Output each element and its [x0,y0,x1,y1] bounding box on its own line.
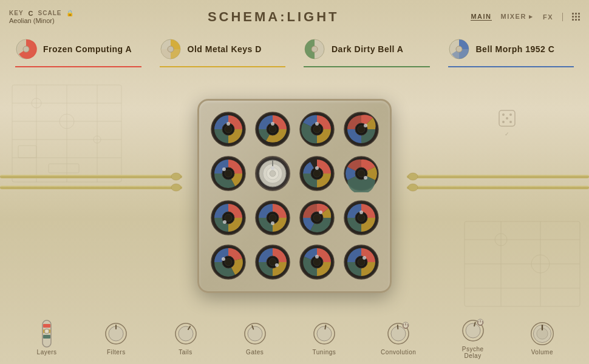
knob-cell-2-3[interactable] [341,198,381,238]
svg-rect-32 [407,186,589,189]
instrument-darkdirty[interactable]: Dark Dirty Bell A [294,33,439,79]
knob-cell-2-2[interactable] [297,198,336,238]
instrument-name-frozen: Frozen Computing A [43,44,132,54]
svg-point-57 [358,126,365,133]
knob-cell-0-0[interactable] [208,110,248,149]
knob-matrix [197,99,392,293]
control-label-layers: Layers [37,349,57,356]
psyche-delay-knob-container [460,318,486,343]
control-label-tunings: Tunings [313,349,336,356]
tails-knob-container [173,321,199,346]
knob-cell-2-0[interactable] [208,198,248,238]
lock-icon: 🔒 [66,10,73,16]
nav-main-button[interactable]: MAIN [471,13,491,21]
svg-point-34 [408,184,418,191]
instrument-frozen[interactable]: Frozen Computing A [6,33,151,79]
svg-point-30 [171,184,181,191]
svg-point-40 [312,46,318,52]
control-label-convolution: Convolution [381,349,416,356]
filters-knob-container [103,321,129,346]
control-tails[interactable]: Tails [173,321,199,356]
tunings-knob-svg [312,322,336,346]
svg-point-61 [225,170,232,177]
grid-dot [572,16,574,18]
knob-cell-0-1[interactable] [253,110,292,149]
svg-point-54 [315,122,319,126]
instrument-line-darkdirty [304,66,430,67]
gates-knob-container [242,321,268,346]
nav-fx-button[interactable]: FX [543,13,553,21]
instrument-oldmetal[interactable]: Old Metal Keys D [151,33,295,79]
control-tunings[interactable]: Tunings [312,321,337,356]
rail-left [0,170,182,194]
psyche-delay-knob-svg [461,318,485,343]
control-convolution[interactable]: Convolution [381,321,416,356]
control-psyche-delay[interactable]: PsycheDelay [460,318,486,359]
svg-rect-113 [43,335,50,339]
grid-dot [578,16,580,18]
svg-point-76 [358,170,365,177]
volume-knob-container [529,321,555,346]
svg-point-67 [270,170,276,177]
svg-point-120 [179,326,193,341]
svg-line-127 [325,325,325,329]
control-layers[interactable]: Layers [34,321,60,356]
grid-dot [575,19,577,21]
svg-point-25 [509,113,512,116]
nav-divider [562,13,563,21]
knob-cell-1-2[interactable] [297,154,336,194]
instrument-pie-darkdirty [304,38,325,60]
svg-point-93 [359,211,363,214]
svg-point-101 [275,263,279,267]
nav-mixer-button[interactable]: MIXER ▸ [501,13,534,21]
svg-point-77 [364,176,367,180]
gates-knob-svg [243,322,267,346]
svg-point-24 [509,121,512,123]
svg-point-23 [506,117,508,120]
grid-dot [578,19,580,21]
instrument-pie-oldmetal [160,38,182,60]
svg-point-80 [225,214,232,221]
svg-point-89 [319,211,322,214]
knob-cell-0-3[interactable] [341,110,381,149]
grid-dot [578,13,580,15]
svg-point-49 [269,126,276,133]
convolution-knob-container [386,321,411,346]
svg-point-22 [502,113,505,116]
control-gates[interactable]: Gates [242,321,268,356]
knob-cell-1-0[interactable] [208,154,248,194]
knob-cell-1-3[interactable] [341,154,381,194]
grid-dot [575,13,577,15]
control-volume[interactable]: Volume [529,321,555,356]
svg-point-84 [269,214,276,221]
instrument-pie-frozen [15,38,37,60]
control-filters[interactable]: Filters [103,321,129,356]
grid-menu-button[interactable] [572,13,580,21]
filters-knob-svg [104,322,128,346]
knob-cell-3-0[interactable] [208,243,248,282]
svg-point-26 [502,121,505,123]
svg-point-97 [222,257,225,261]
tunings-knob-container [312,321,337,346]
instrument-line-frozen [15,66,141,67]
knob-cell-2-1[interactable] [253,198,292,238]
key-scale-section: KEY C SCALE 🔒 Aeolian (Minor) [9,10,76,24]
control-label-gates: Gates [246,349,264,356]
rail-right [407,170,589,194]
dice-decoration: ✓ [498,109,516,137]
knob-cell-0-2[interactable] [297,110,336,149]
svg-point-45 [225,126,232,133]
instrument-bellmorph[interactable]: Bell Morph 1952 C [439,33,584,79]
knob-cell-1-1[interactable] [253,154,292,194]
knob-cell-3-3[interactable] [341,243,381,282]
nav-buttons: MAIN MIXER ▸ FX [471,13,580,21]
knob-cell-3-1[interactable] [253,243,292,282]
svg-point-85 [271,221,274,225]
instrument-line-bellmorph [448,66,574,67]
svg-point-58 [364,124,367,127]
knob-cell-3-2[interactable] [297,243,336,282]
instrument-name-oldmetal: Old Metal Keys D [188,44,262,54]
svg-point-81 [223,220,226,224]
svg-rect-31 [407,175,589,178]
title-prefix: SCHEMA: [208,9,287,24]
